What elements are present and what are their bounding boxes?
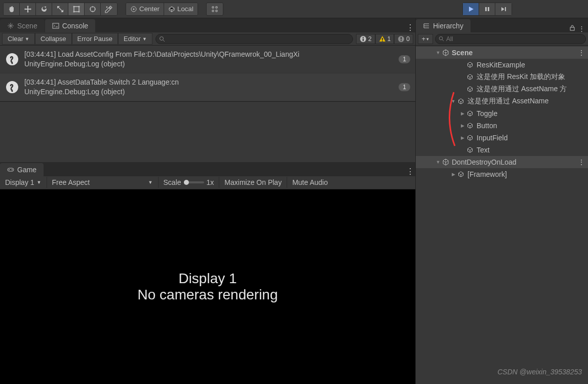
pivot-group: Center Local <box>126 3 198 16</box>
svg-rect-28 <box>570 27 574 30</box>
clear-button[interactable]: Clear▼ <box>2 33 35 45</box>
rect-tool[interactable] <box>68 3 85 15</box>
editor-dropdown[interactable]: Editor▼ <box>118 33 152 45</box>
collapse-button[interactable]: Collapse <box>35 33 72 45</box>
hand-tool[interactable] <box>4 3 20 15</box>
console-search[interactable] <box>155 34 353 44</box>
tree-item[interactable]: ResKitExample <box>416 59 588 71</box>
svg-point-12 <box>160 36 163 40</box>
scene-menu[interactable]: ⋮ <box>578 49 585 57</box>
add-button[interactable]: +▾ <box>418 34 433 44</box>
scene-root[interactable]: ▼ Scene ⋮ <box>416 47 588 59</box>
dontdestroy-root[interactable]: ▼ DontDestroyOnLoad ⋮ <box>416 156 588 168</box>
tree-item[interactable]: ▶Toggle <box>416 107 588 120</box>
scene-label: Scene <box>452 49 473 57</box>
item-label: [Framework] <box>467 170 507 178</box>
gameobject-icon <box>457 171 464 178</box>
tab-console[interactable]: Console <box>45 19 95 32</box>
item-label: 这是使用通过 AssetName 方 <box>477 85 567 94</box>
scale-slider[interactable] <box>184 181 204 183</box>
dontdestroy-label: DontDestroyOnLoad <box>452 158 517 166</box>
hierarchy-search[interactable]: All <box>435 34 586 44</box>
move-tool[interactable] <box>20 3 36 15</box>
pivot-center-button[interactable]: Center <box>126 3 164 15</box>
console-toolbar: Clear▼ Collapse Error Pause Editor▼ 2 1 … <box>0 32 415 46</box>
info-badge[interactable]: 2 <box>356 34 375 44</box>
tab-hierarchy[interactable]: Hierarchy <box>416 19 471 32</box>
step-button[interactable] <box>495 3 512 15</box>
svg-rect-9 <box>488 7 489 11</box>
tree-item[interactable]: ▶InputField <box>416 132 588 144</box>
hierarchy-tab-menu[interactable]: ⋮ <box>578 25 585 32</box>
dontdestroy-menu[interactable]: ⋮ <box>578 158 585 166</box>
main-toolbar: Center Local <box>0 0 588 18</box>
transform-tool[interactable] <box>85 3 101 15</box>
tree-item[interactable]: 这是使用 ResKit 加载的对象 <box>416 71 588 83</box>
error-badge[interactable]: 0 <box>394 34 413 44</box>
play-button[interactable] <box>463 3 479 15</box>
tree-item[interactable]: ▶[Framework] <box>416 168 588 180</box>
error-pause-button[interactable]: Error Pause <box>72 33 118 45</box>
lock-icon[interactable] <box>569 25 575 32</box>
svg-point-29 <box>439 36 442 40</box>
svg-point-26 <box>9 169 10 170</box>
console-tab-menu[interactable]: ⋮ <box>405 23 415 32</box>
watermark: CSDN @weixin_39538253 <box>497 368 582 376</box>
gameobject-icon <box>466 146 474 153</box>
console-entry[interactable]: [03:44:41] Load AssetConfig From File:D:… <box>0 46 415 73</box>
aspect-dropdown[interactable]: Free Aspect▼ <box>47 177 159 188</box>
maximize-toggle[interactable]: Maximize On Play <box>219 177 287 188</box>
scale-control[interactable]: Scale 1x <box>159 177 220 188</box>
console-text: [03:44:41] AssetDataTable Switch 2 Langu… <box>24 78 394 97</box>
console-tab-label: Console <box>62 22 88 30</box>
tree-item[interactable]: ▼这是使用通过 AssetName <box>416 95 588 107</box>
svg-rect-15 <box>363 39 364 41</box>
center-label: Center <box>139 5 160 13</box>
custom-tool[interactable] <box>101 3 117 15</box>
right-panel: Hierarchy ⋮ +▾ All ▼ Scene ⋮ ResKitExamp… <box>415 18 588 384</box>
console-entry[interactable]: [03:44:41] AssetDataTable Switch 2 Langu… <box>0 73 415 101</box>
tab-scene[interactable]: Scene <box>0 19 45 32</box>
snap-group <box>206 3 223 16</box>
item-label: 这是使用 ResKit 加载的对象 <box>477 72 565 82</box>
svg-rect-8 <box>485 7 487 11</box>
gameobject-icon <box>466 61 474 68</box>
handle-local-button[interactable]: Local <box>164 3 198 15</box>
game-tab-menu[interactable]: ⋮ <box>405 167 415 176</box>
svg-rect-11 <box>53 23 59 28</box>
info-icon <box>5 80 19 94</box>
svg-rect-17 <box>382 41 383 42</box>
mute-toggle[interactable]: Mute Audio <box>287 177 333 188</box>
console-text: [03:44:41] Load AssetConfig From File:D:… <box>24 50 394 69</box>
svg-rect-19 <box>401 37 402 40</box>
tree-item[interactable]: 这是使用通过 AssetName 方 <box>416 83 588 95</box>
item-label: 这是使用通过 AssetName <box>467 97 548 106</box>
warn-badge[interactable]: 1 <box>375 34 395 44</box>
item-label: InputField <box>477 134 507 142</box>
game-view: Display 1 No cameras rendering <box>0 189 415 384</box>
tab-game[interactable]: Game <box>0 163 44 176</box>
gameobject-icon <box>466 86 474 93</box>
svg-rect-25 <box>8 168 14 171</box>
rotate-tool[interactable] <box>36 3 52 15</box>
display-label: Display 1 <box>178 271 237 287</box>
game-toolbar: Display 1▼ Free Aspect▼ Scale 1x Maximiz… <box>0 176 415 189</box>
hierarchy-tree: ▼ Scene ⋮ ResKitExample这是使用 ResKit 加载的对象… <box>416 46 588 384</box>
game-tabs: Game ⋮ <box>0 162 415 176</box>
scale-tool[interactable] <box>52 3 68 15</box>
item-label: ResKitExample <box>477 61 525 69</box>
pause-button[interactable] <box>479 3 495 15</box>
tree-item[interactable]: Text <box>416 144 588 156</box>
console-count: 1 <box>399 83 410 91</box>
svg-point-7 <box>133 8 135 10</box>
svg-point-1 <box>73 6 74 7</box>
display-dropdown[interactable]: Display 1▼ <box>0 177 47 188</box>
hierarchy-tab-label: Hierarchy <box>433 22 463 30</box>
tree-item[interactable]: ▶Button <box>416 120 588 132</box>
svg-rect-10 <box>505 7 506 11</box>
svg-point-2 <box>78 6 80 7</box>
snap-button[interactable] <box>207 3 223 15</box>
item-label: Button <box>477 122 497 130</box>
gameobject-icon <box>466 110 474 117</box>
game-tab-label: Game <box>17 166 36 174</box>
